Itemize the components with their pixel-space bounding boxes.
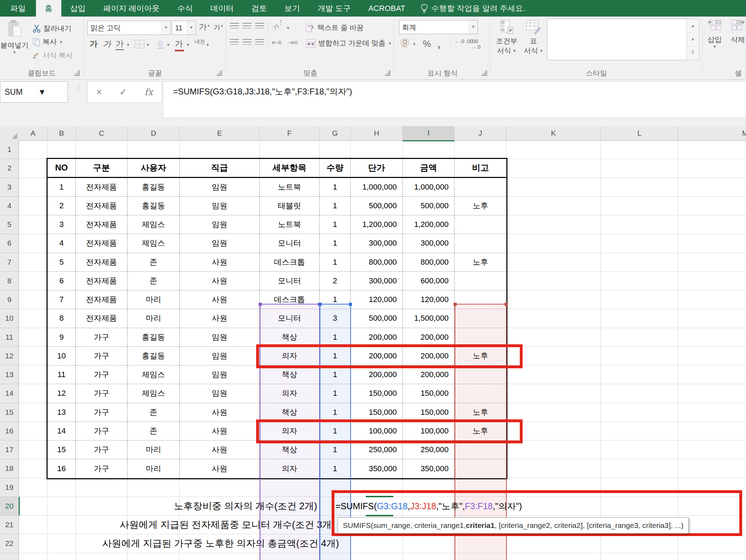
table-cell[interactable]: 임원	[180, 384, 260, 403]
column-header-E[interactable]: E	[180, 126, 260, 141]
table-cell[interactable]: 가구	[76, 459, 128, 478]
table-cell[interactable]: 홍길동	[128, 197, 180, 215]
bold-button[interactable]: 가	[90, 38, 98, 49]
table-cell[interactable]: 전자제품	[76, 272, 128, 290]
font-color-dropdown[interactable]: ▼	[186, 43, 190, 47]
table-cell[interactable]: 태블릿	[260, 197, 320, 215]
table-cell[interactable]: 제임스	[128, 234, 180, 253]
table-cell[interactable]: 노트북	[260, 215, 320, 234]
table-cell[interactable]: 전자제품	[76, 197, 128, 215]
table-cell[interactable]: 12	[48, 384, 76, 403]
table-cell[interactable]: 존	[128, 253, 180, 272]
table-cell[interactable]: 모니터	[260, 272, 320, 290]
table-cell[interactable]: 가구	[76, 347, 128, 365]
table-cell[interactable]: 노트북	[260, 178, 320, 197]
table-cell[interactable]: 350,000	[351, 459, 403, 478]
table-cell[interactable]: 사원	[180, 422, 260, 441]
table-cell[interactable]: 1,000,000	[351, 178, 403, 197]
clipboard-dialog-launcher[interactable]	[74, 70, 80, 76]
table-cell[interactable]: 마리	[128, 459, 180, 478]
table-header-cell[interactable]: 비고	[455, 159, 506, 178]
row-header-23[interactable]: 23	[0, 553, 19, 560]
table-cell[interactable]: 제임스	[128, 365, 180, 384]
column-header-D[interactable]: D	[128, 126, 180, 141]
number-dialog-launcher[interactable]	[481, 70, 487, 76]
row-header-17[interactable]: 17	[0, 441, 19, 459]
ribbon-tab-검토[interactable]: 검토	[242, 0, 276, 17]
wrap-text-button[interactable]: 텍스트 줄 바꿈	[306, 23, 364, 32]
row-header-8[interactable]: 8	[0, 272, 19, 290]
ribbon-tab-페이지 레이아웃[interactable]: 페이지 레이아웃	[94, 0, 168, 17]
gallery-more-arrow[interactable]: ⊽	[687, 47, 699, 59]
table-header-cell[interactable]: NO	[48, 159, 76, 178]
phonetic-dropdown[interactable]: ▼	[206, 43, 210, 47]
table-cell[interactable]: 마리	[128, 441, 180, 459]
table-cell[interactable]: 16	[48, 459, 76, 478]
table-cell[interactable]: 500,000	[403, 197, 455, 215]
table-cell[interactable]: 임원	[180, 347, 260, 365]
table-cell[interactable]: 가구	[76, 328, 128, 347]
table-cell[interactable]: 10	[48, 347, 76, 365]
align-top-button[interactable]	[230, 23, 239, 24]
row-header-5[interactable]: 5	[0, 215, 19, 234]
ribbon-tab-삽입[interactable]: 삽입	[61, 0, 94, 17]
table-cell[interactable]: 2	[320, 272, 351, 290]
table-cell[interactable]: 4	[48, 234, 76, 253]
align-middle-button[interactable]	[242, 23, 252, 24]
table-cell[interactable]: 마리	[128, 309, 180, 328]
decrease-decimal-button[interactable]: .00 →.0	[471, 38, 487, 50]
table-cell[interactable]: 5	[48, 253, 76, 272]
accounting-format-dropdown[interactable]: ▼	[412, 42, 416, 46]
table-cell[interactable]	[455, 272, 506, 290]
table-cell[interactable]: 존	[128, 403, 180, 422]
table-cell[interactable]: 사원	[180, 253, 260, 272]
row-header-11[interactable]: 11	[0, 328, 19, 347]
table-cell[interactable]: 120,000	[351, 290, 403, 309]
styles-gallery-scrollbar[interactable]: ▲ ▼ ⊽	[686, 19, 699, 60]
fill-color-button[interactable]	[155, 39, 165, 50]
table-cell[interactable]: 임원	[180, 328, 260, 347]
table-cell[interactable]: 전자제품	[76, 215, 128, 234]
table-cell[interactable]: 임원	[180, 178, 260, 197]
table-cell[interactable]: 3	[48, 215, 76, 234]
font-name-combo[interactable]: 맑은 고딕 ▼	[87, 21, 171, 35]
select-all-corner[interactable]	[0, 126, 19, 141]
paste-button[interactable]: 붙여넣기 ▼	[2, 19, 27, 54]
table-cell[interactable]: 노후	[455, 253, 506, 272]
table-cell[interactable]: 사원	[180, 272, 260, 290]
table-header-cell[interactable]: 사용자	[128, 159, 180, 178]
align-left-button[interactable]	[230, 39, 239, 40]
insert-cells-button[interactable]: 삽입 ▼	[705, 19, 725, 49]
table-cell[interactable]: 마리	[128, 290, 180, 309]
table-cell[interactable]: 150,000	[403, 384, 455, 403]
table-cell[interactable]: 가구	[76, 365, 128, 384]
format-as-table-button[interactable]: 표 서식▼	[522, 19, 545, 55]
table-cell[interactable]: 500,000	[351, 197, 403, 215]
table-cell[interactable]: 노후	[455, 197, 506, 215]
ribbon-tab-개발 도구[interactable]: 개발 도구	[309, 0, 359, 17]
table-cell[interactable]: 존	[128, 272, 180, 290]
row-header-18[interactable]: 18	[0, 459, 19, 478]
tell-me-box[interactable]: 수행할 작업을 알려 주세요.	[420, 0, 525, 17]
shrink-font-button[interactable]: 가▼	[214, 23, 223, 32]
row-header-16[interactable]: 16	[0, 422, 19, 441]
table-cell[interactable]: 사원	[180, 403, 260, 422]
table-cell[interactable]: 15	[48, 441, 76, 459]
gallery-down-arrow[interactable]: ▼	[687, 33, 699, 47]
font-color-button[interactable]: 가	[175, 38, 184, 51]
table-cell[interactable]: 제임스	[128, 384, 180, 403]
row-header-3[interactable]: 3	[0, 178, 19, 197]
table-cell[interactable]: 전자제품	[76, 178, 128, 197]
table-cell[interactable]: 300,000	[403, 234, 455, 253]
align-center-button[interactable]	[242, 39, 252, 40]
table-cell[interactable]: 500,000	[351, 309, 403, 328]
table-cell[interactable]: 사원	[180, 309, 260, 328]
row-header-19[interactable]: 19	[0, 478, 19, 497]
decrease-indent-button[interactable]: ⇤≡	[272, 38, 282, 47]
row-header-10[interactable]: 10	[0, 309, 19, 328]
column-header-G[interactable]: G	[320, 126, 351, 141]
table-cell[interactable]: 1	[320, 178, 351, 197]
font-size-combo[interactable]: 11 ▼	[172, 21, 196, 35]
column-header-L[interactable]: L	[601, 126, 678, 141]
table-cell[interactable]: 존	[128, 422, 180, 441]
